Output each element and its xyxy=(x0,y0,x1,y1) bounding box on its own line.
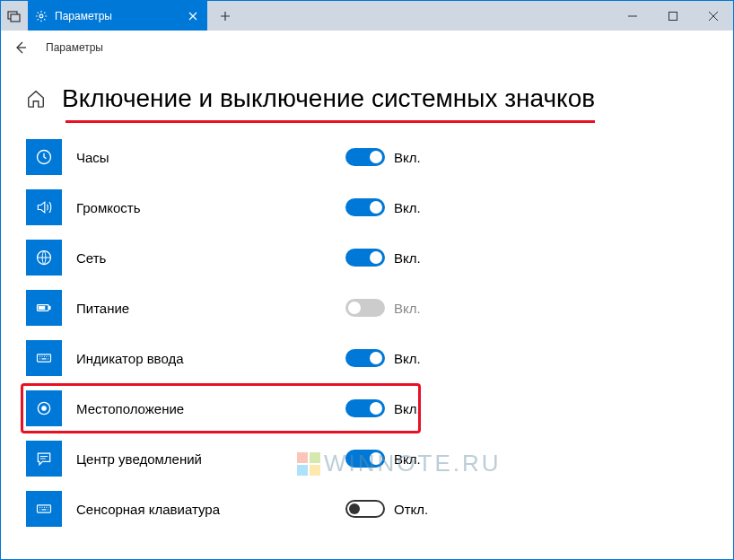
svg-rect-8 xyxy=(39,306,45,309)
home-icon[interactable] xyxy=(26,89,46,109)
breadcrumb: Параметры xyxy=(46,41,103,54)
svg-rect-12 xyxy=(38,505,51,512)
gear-icon xyxy=(35,10,48,22)
breadcrumb-bar: Параметры xyxy=(1,31,733,65)
active-tab[interactable]: Параметры xyxy=(28,1,207,31)
setting-input-indicator: Индикатор ввода Вкл. xyxy=(26,340,708,376)
toggle-network[interactable] xyxy=(345,249,385,267)
svg-point-2 xyxy=(39,14,43,18)
setting-network: Сеть Вкл. xyxy=(26,240,708,276)
setting-label: Сеть xyxy=(76,250,328,266)
power-icon xyxy=(26,290,62,326)
setting-location: Местоположение Вкл. xyxy=(26,390,708,426)
back-button[interactable] xyxy=(13,40,28,55)
minimize-button[interactable] xyxy=(612,1,652,31)
action-center-icon xyxy=(26,441,62,477)
toggle-volume[interactable] xyxy=(345,198,385,216)
setting-label: Индикатор ввода xyxy=(76,351,328,366)
toggle-power xyxy=(345,299,385,317)
toggle-state-label: Вкл. xyxy=(394,401,421,416)
toggle-state-label: Вкл. xyxy=(394,200,421,215)
setting-label: Часы xyxy=(76,150,328,165)
toggle-clock[interactable] xyxy=(345,148,385,166)
network-icon xyxy=(26,240,62,276)
keyboard-icon xyxy=(26,340,62,376)
setting-touch-keyboard: Сенсорная клавиатура Откл. xyxy=(26,491,708,527)
task-view-icon[interactable] xyxy=(1,1,28,31)
toggle-input-indicator[interactable] xyxy=(345,349,385,367)
setting-label: Сенсорная клавиатура xyxy=(76,502,328,517)
volume-icon xyxy=(26,189,62,225)
tab-close-button[interactable] xyxy=(186,9,200,23)
setting-label: Питание xyxy=(76,301,328,316)
location-icon xyxy=(26,390,62,426)
toggle-state-label: Вкл. xyxy=(394,301,421,316)
toggle-state-label: Вкл. xyxy=(394,250,421,266)
toggle-touch-keyboard[interactable] xyxy=(345,500,385,518)
touch-keyboard-icon xyxy=(26,491,62,527)
svg-rect-3 xyxy=(668,12,677,20)
annotation-underline xyxy=(66,120,595,123)
setting-power: Питание Вкл. xyxy=(26,290,708,326)
setting-label: Громкость xyxy=(76,200,328,215)
toggle-state-label: Вкл. xyxy=(394,451,421,467)
toggle-action-center[interactable] xyxy=(345,450,385,468)
window-titlebar: Параметры xyxy=(1,1,733,31)
svg-point-11 xyxy=(42,407,47,411)
close-button[interactable] xyxy=(693,1,733,31)
toggle-state-label: Вкл. xyxy=(394,351,421,366)
svg-rect-1 xyxy=(11,14,20,22)
setting-label: Центр уведомлений xyxy=(76,451,328,467)
maximize-button[interactable] xyxy=(652,1,693,31)
toggle-location[interactable] xyxy=(345,399,385,417)
toggle-state-label: Откл. xyxy=(394,502,428,517)
setting-action-center: Центр уведомлений Вкл. xyxy=(26,441,708,477)
setting-label: Местоположение xyxy=(76,401,328,416)
settings-list: Часы Вкл. Громкость Вкл. Сеть xyxy=(26,139,708,527)
svg-rect-9 xyxy=(38,354,51,362)
toggle-state-label: Вкл. xyxy=(394,150,421,165)
new-tab-button[interactable] xyxy=(207,1,243,31)
setting-clock: Часы Вкл. xyxy=(26,139,708,175)
page-title: Включение и выключение системных значков xyxy=(62,84,595,113)
svg-rect-7 xyxy=(48,306,50,309)
window-controls xyxy=(612,1,733,31)
clock-icon xyxy=(26,139,62,175)
setting-volume: Громкость Вкл. xyxy=(26,189,708,225)
tab-title: Параметры xyxy=(55,10,179,22)
